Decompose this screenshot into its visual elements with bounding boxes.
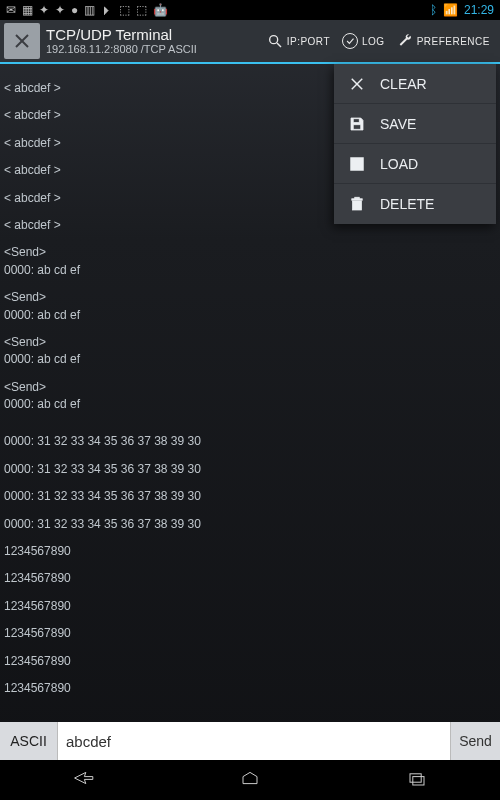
load-icon [348, 155, 366, 173]
save-icon [348, 115, 366, 133]
terminal-line: 0000: 31 32 33 34 35 36 37 38 39 30 [4, 516, 496, 533]
svg-line-1 [277, 43, 281, 47]
terminal-line [4, 560, 496, 570]
app-bar: TCP/UDP Terminal 192.168.11.2:8080 /TCP … [0, 20, 500, 64]
terminal-line: 0000: 31 32 33 34 35 36 37 38 39 30 [4, 461, 496, 478]
app-subtitle: 192.168.11.2:8080 /TCP ASCII [46, 43, 197, 55]
status-notif-icon: ✦ [39, 4, 49, 16]
status-bar: ✉▦✦✦●▥⏵⬚⬚🤖 ᛒ 📶 21:29 [0, 0, 500, 20]
terminal-line [4, 423, 496, 433]
svg-rect-12 [355, 197, 360, 199]
terminal-line: 0000: 31 32 33 34 35 36 37 38 39 30 [4, 433, 496, 450]
terminal-line: 1234567890 [4, 625, 496, 642]
terminal-line [4, 324, 496, 334]
preference-label: PREFERENCE [417, 36, 490, 47]
app-title-block: TCP/UDP Terminal 192.168.11.2:8080 /TCP … [46, 27, 197, 56]
terminal-line: 0000: 31 32 33 34 35 36 37 38 39 30 [4, 488, 496, 505]
app-bar-actions: IP:PORT LOG PREFERENCE [263, 29, 494, 53]
status-right: ᛒ 📶 21:29 [430, 4, 494, 16]
app-title: TCP/UDP Terminal [46, 27, 197, 44]
terminal-line: 1234567890 [4, 570, 496, 587]
terminal-line [4, 670, 496, 680]
terminal-line: <Send> [4, 379, 496, 396]
status-notif-icon: ✦ [55, 4, 65, 16]
status-notif-icon: ⬚ [136, 4, 147, 16]
terminal-line [4, 413, 496, 423]
terminal-line [4, 234, 496, 244]
input-row: ASCII Send [0, 722, 500, 760]
svg-rect-10 [353, 201, 362, 210]
terminal-line [4, 451, 496, 461]
android-nav-bar [0, 760, 500, 800]
terminal-line: 1234567890 [4, 598, 496, 615]
terminal-line [4, 478, 496, 488]
status-notif-icon: ▥ [84, 4, 95, 16]
log-label: LOG [362, 36, 385, 47]
terminal-line [4, 369, 496, 379]
status-notif-icon: ● [71, 4, 78, 16]
terminal-line: <Send> [4, 289, 496, 306]
terminal-line [4, 506, 496, 516]
bluetooth-icon: ᛒ [430, 4, 437, 16]
check-circle-icon [342, 33, 358, 49]
terminal-line [4, 615, 496, 625]
svg-rect-3 [412, 777, 423, 785]
terminal-line: 1234567890 [4, 653, 496, 670]
terminal-line [4, 279, 496, 289]
svg-rect-7 [353, 124, 361, 129]
log-button[interactable]: LOG [338, 29, 389, 53]
terminal-line [4, 643, 496, 653]
menu-delete[interactable]: DELETE [334, 184, 496, 224]
menu-save[interactable]: SAVE [334, 104, 496, 144]
svg-rect-6 [353, 118, 359, 122]
terminal-line: <Send> [4, 334, 496, 351]
terminal-line: 0000: ab cd ef [4, 307, 496, 324]
terminal-line: 0000: ab cd ef [4, 396, 496, 413]
status-notif-icon: ▦ [22, 4, 33, 16]
wrench-icon [397, 33, 413, 49]
menu-load-label: LOAD [380, 156, 418, 172]
overflow-menu: CLEAR SAVE LOAD DELETE [334, 64, 496, 224]
terminal-line [4, 533, 496, 543]
menu-delete-label: DELETE [380, 196, 434, 212]
menu-load[interactable]: LOAD [334, 144, 496, 184]
close-icon [348, 75, 366, 93]
ip-port-button[interactable]: IP:PORT [263, 29, 334, 53]
terminal-line [4, 588, 496, 598]
wifi-icon: 📶 [443, 4, 458, 16]
message-input[interactable] [58, 733, 450, 750]
ip-port-label: IP:PORT [287, 36, 330, 47]
status-time: 21:29 [464, 4, 494, 16]
mode-button[interactable]: ASCII [0, 722, 58, 760]
menu-save-label: SAVE [380, 116, 416, 132]
terminal-line: 1234567890 [4, 680, 496, 697]
search-icon [267, 33, 283, 49]
recents-button[interactable] [403, 767, 431, 793]
app-icon[interactable] [4, 23, 40, 59]
trash-icon [348, 195, 366, 213]
terminal-line: 0000: ab cd ef [4, 351, 496, 368]
svg-point-0 [269, 36, 277, 44]
preference-button[interactable]: PREFERENCE [393, 29, 494, 53]
terminal-line: 0000: ab cd ef [4, 262, 496, 279]
send-button[interactable]: Send [450, 722, 500, 760]
terminal-line: <Send> [4, 244, 496, 261]
home-button[interactable] [236, 767, 264, 793]
menu-clear[interactable]: CLEAR [334, 64, 496, 104]
status-notif-icon: 🤖 [153, 4, 168, 16]
svg-rect-2 [410, 774, 421, 782]
menu-clear-label: CLEAR [380, 76, 427, 92]
terminal-line: 1234567890 [4, 543, 496, 560]
status-left-icons: ✉▦✦✦●▥⏵⬚⬚🤖 [6, 4, 168, 16]
status-notif-icon: ⏵ [101, 4, 113, 16]
status-notif-icon: ⬚ [119, 4, 130, 16]
status-notif-icon: ✉ [6, 4, 16, 16]
back-button[interactable] [69, 767, 97, 793]
